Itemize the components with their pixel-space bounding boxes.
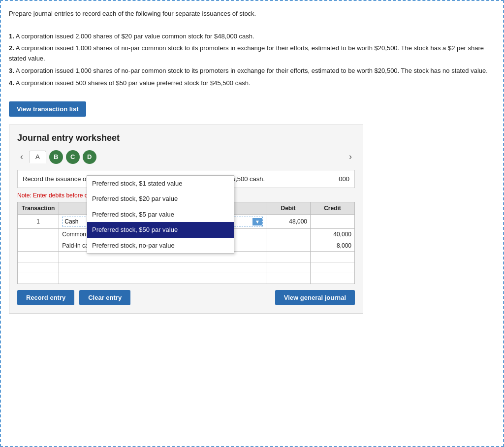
account-blank-2 (59, 262, 266, 273)
debit-blank-1 (266, 252, 311, 262)
intro-item-2: 2. A corporation issued 1,000 shares of … (9, 43, 495, 64)
item-3-text: A corporation issued 1,000 shares of no-… (16, 67, 488, 74)
item-1-num: 1. (9, 32, 14, 40)
account-dropdown-arrow[interactable]: ▼ (252, 218, 262, 225)
intro-item-1: 1. A corporation issued 2,000 shares of … (9, 32, 495, 42)
description-area: Record the issuance of 500 shares of $50… (17, 170, 355, 189)
intro-item-4: 4. A corporation issued 500 shares of $5… (9, 78, 495, 89)
col-debit: Debit (266, 202, 311, 215)
item-2-text: A corporation issued 1,000 shares of no-… (9, 44, 484, 62)
table-row (18, 273, 355, 284)
credit-blank-1 (311, 252, 355, 262)
bottom-buttons: Record entry Clear entry View general jo… (17, 290, 355, 305)
tab-c[interactable]: C (66, 150, 80, 164)
debit-1: 48,000 (266, 215, 311, 229)
item-2-num: 2. (9, 44, 14, 52)
credit-2: 40,000 (311, 229, 355, 240)
view-general-journal-button[interactable]: View general journal (275, 290, 355, 305)
prev-tab-button[interactable]: ‹ (17, 151, 26, 163)
tabs-row: ‹ A B C D › (17, 150, 355, 164)
item-3-num: 3. (9, 67, 14, 74)
credit-blank-3 (311, 273, 355, 284)
account-blank-3 (59, 273, 266, 284)
view-transaction-list-button[interactable]: View transaction list (9, 101, 86, 117)
intro-item-3: 3. A corporation issued 1,000 shares of … (9, 66, 495, 76)
tab-d[interactable]: D (83, 150, 96, 164)
trans-blank-3 (18, 273, 59, 284)
trans-2 (18, 229, 59, 240)
tab-a[interactable]: A (29, 151, 46, 163)
item-4-num: 4. (9, 79, 14, 87)
debit-2 (266, 229, 311, 240)
trans-blank-2 (18, 262, 59, 273)
trans-1: 1 (18, 215, 59, 229)
record-entry-button[interactable]: Record entry (17, 290, 74, 305)
tab-b[interactable]: B (49, 150, 63, 164)
dropdown-item-1[interactable]: Preferred stock, $20 par value (87, 191, 234, 207)
table-row (18, 262, 355, 273)
item-4-text: A corporation issued 500 shares of $50 p… (16, 79, 251, 87)
debit-amount: 000 (339, 174, 349, 184)
col-credit: Credit (311, 202, 355, 215)
clear-entry-button[interactable]: Clear entry (79, 290, 130, 305)
col-transaction: Transaction (18, 202, 59, 215)
trans-3 (18, 240, 59, 252)
dropdown-item-4[interactable]: Preferred stock, no-par value (87, 238, 234, 254)
next-tab-button[interactable]: › (346, 151, 355, 163)
dropdown-item-0[interactable]: Preferred stock, $1 stated value (87, 176, 234, 192)
dropdown-item-3-selected[interactable]: Preferred stock, $50 par value (87, 222, 234, 238)
credit-1 (311, 215, 355, 229)
item-1-text: A corporation issued 2,000 shares of $20… (16, 32, 254, 40)
credit-3: 8,000 (311, 240, 355, 252)
credit-blank-2 (311, 262, 355, 273)
debit-3 (266, 240, 311, 252)
debit-blank-2 (266, 262, 311, 273)
intro-section: Prepare journal entries to record each o… (9, 9, 495, 89)
journal-entry-worksheet: Journal entry worksheet ‹ A B C D › Reco… (9, 125, 363, 314)
account-dropdown-menu[interactable]: Preferred stock, $1 stated value Preferr… (87, 175, 234, 254)
trans-blank-1 (18, 252, 59, 262)
worksheet-title: Journal entry worksheet (17, 133, 355, 143)
intro-heading: Prepare journal entries to record each o… (9, 9, 495, 19)
dropdown-item-2[interactable]: Preferred stock, $5 par value (87, 207, 234, 223)
debit-blank-3 (266, 273, 311, 284)
